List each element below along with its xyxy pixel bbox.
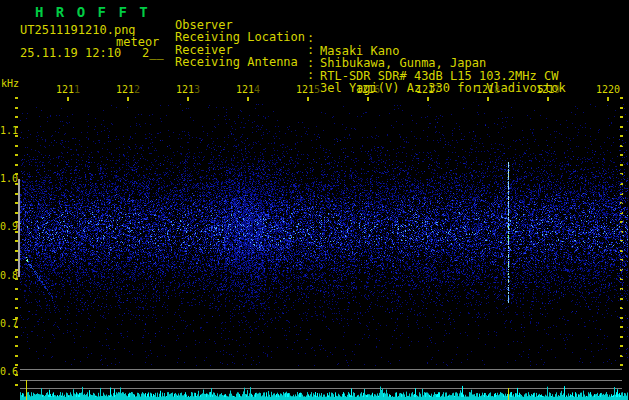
time-tick-label: 1215 — [295, 84, 321, 95]
axis-tick-mark — [15, 288, 18, 290]
axis-tick-mark — [15, 173, 18, 175]
axis-tick-mark — [15, 364, 18, 366]
axis-tick-mark — [15, 145, 18, 147]
time-tick-mark — [427, 97, 429, 101]
time-tick-mark — [547, 97, 549, 101]
time-tick-label: 1220 — [595, 84, 621, 95]
axis-tick-mark — [15, 317, 18, 319]
band-marker-bar — [18, 179, 20, 277]
axis-tick-mark — [15, 97, 18, 99]
axis-tick-mark — [15, 116, 18, 118]
level-strip-canvas — [20, 366, 628, 400]
axis-tick-mark — [15, 298, 18, 300]
info-row: Receiving Antenna : 3el Yagi(V) Az 330 f… — [0, 43, 629, 108]
time-tick-mark — [487, 97, 489, 101]
axis-tick-mark — [15, 326, 18, 328]
time-tick-mark — [367, 97, 369, 101]
info-label-antenna: Receiving Antenna — [175, 56, 298, 69]
axis-tick-mark — [15, 345, 18, 347]
spectrogram-canvas — [20, 104, 628, 366]
axis-tick-mark — [15, 126, 18, 128]
time-tick-label: 1212 — [115, 84, 141, 95]
freq-unit-label: kHz — [1, 78, 19, 89]
axis-tick-mark — [15, 374, 18, 376]
axis-tick-mark — [15, 107, 18, 109]
axis-tick-mark — [15, 135, 18, 137]
time-tick-mark — [247, 97, 249, 101]
axis-tick-mark — [15, 336, 18, 338]
axis-tick-mark — [15, 355, 18, 357]
time-tick-mark — [67, 97, 69, 101]
time-tick-mark — [127, 97, 129, 101]
axis-tick-mark — [15, 164, 18, 166]
time-tick-mark — [187, 97, 189, 101]
time-tick-mark — [607, 97, 609, 101]
time-tick-label: 1219 — [535, 84, 561, 95]
axis-tick-mark — [15, 384, 18, 386]
time-tick-label: 1217 — [415, 84, 441, 95]
time-tick-label: 1213 — [175, 84, 201, 95]
time-tick-label: 1214 — [235, 84, 261, 95]
info-colon: : — [307, 69, 314, 82]
time-tick-mark — [307, 97, 309, 101]
axis-tick-mark — [620, 97, 623, 99]
hrofft-screen: H R O F F T UT2511191210.png meteor 25.1… — [0, 0, 629, 400]
time-tick-label: 1211 — [55, 84, 81, 95]
axis-tick-mark — [15, 154, 18, 156]
axis-tick-mark — [15, 278, 18, 280]
time-tick-label: 1216 — [355, 84, 381, 95]
time-tick-label: 1218 — [475, 84, 501, 95]
axis-tick-mark — [15, 307, 18, 309]
